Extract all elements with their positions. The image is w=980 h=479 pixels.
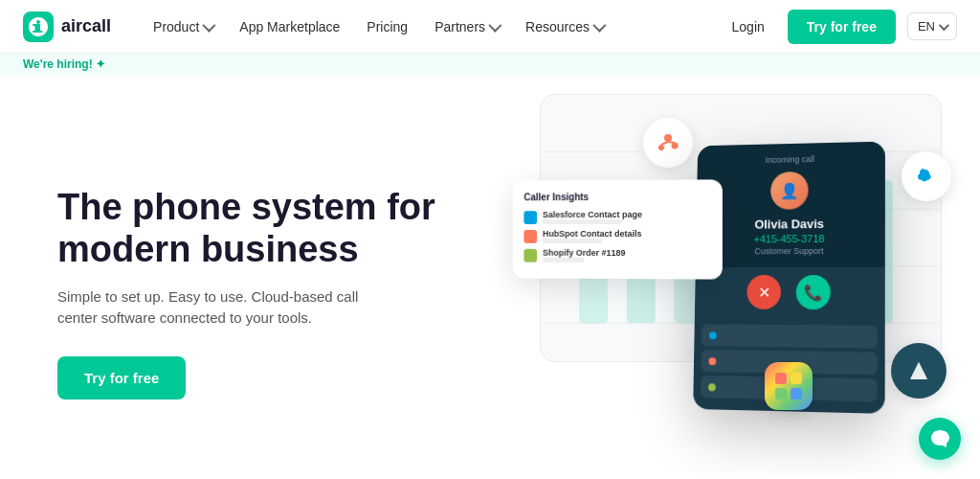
- salesforce-icon: [911, 161, 942, 192]
- phone-caller-type: Incoming call: [708, 153, 874, 166]
- nav-item-partners[interactable]: Partners: [423, 13, 510, 40]
- chat-support-button[interactable]: [919, 418, 961, 460]
- crm-row-line: [543, 239, 602, 243]
- nav-right: Login Try for free EN: [721, 10, 957, 44]
- hero-cta-button[interactable]: Try for free: [57, 356, 186, 399]
- zendesk-integration-bubble: [891, 343, 947, 399]
- hero-section: The phone system for modern business Sim…: [0, 75, 980, 473]
- login-button[interactable]: Login: [721, 13, 776, 40]
- chevron-down-icon: [592, 18, 606, 32]
- hubspot-integration-bubble: [643, 118, 693, 168]
- svg-point-14: [658, 145, 664, 150]
- svg-rect-19: [775, 388, 787, 399]
- navbar: aircall Product App Marketplace Pricing …: [0, 0, 980, 54]
- hubspot-dot: [708, 357, 716, 365]
- caller-subtitle: Customer Support: [707, 246, 874, 257]
- svg-rect-17: [775, 373, 787, 384]
- hero-illustration: Incoming call 👤 Olivia Davis +415-455-37…: [444, 75, 980, 468]
- list-item: [702, 324, 877, 348]
- chat-icon: [929, 428, 950, 449]
- svg-point-12: [664, 134, 672, 142]
- chevron-down-icon: [939, 19, 949, 30]
- integrations-mosaic-bubble: [765, 362, 813, 410]
- crm-row-label: Salesforce Contact page: [543, 210, 642, 219]
- salesforce-integration-bubble: [902, 151, 951, 201]
- hero-subtitle: Simple to set up. Easy to use. Cloud-bas…: [57, 286, 383, 330]
- crm-card-title: Caller Insights: [523, 192, 710, 203]
- crm-row-label: HubSpot Contact details: [543, 229, 642, 239]
- aircall-logo-icon: [23, 11, 54, 42]
- svg-line-16: [661, 142, 668, 145]
- phone-actions: ✕ 📞: [695, 267, 885, 318]
- language-selector[interactable]: EN: [907, 12, 957, 40]
- svg-rect-0: [23, 11, 54, 42]
- salesforce-dot: [709, 331, 717, 339]
- logo-text: aircall: [61, 16, 111, 36]
- chevron-down-icon: [203, 18, 216, 32]
- svg-line-15: [668, 142, 675, 143]
- nav-item-pricing[interactable]: Pricing: [355, 13, 419, 40]
- caller-avatar: 👤: [770, 171, 809, 210]
- nav-item-product[interactable]: Product: [142, 13, 224, 40]
- phone-header: Incoming call 👤 Olivia Davis +415-455-37…: [696, 142, 885, 268]
- logo[interactable]: aircall: [23, 11, 111, 42]
- nav-links: Product App Marketplace Pricing Partners…: [142, 13, 720, 40]
- crm-row-line: [543, 219, 622, 224]
- crm-row-hubspot: HubSpot Contact details: [523, 229, 710, 243]
- decline-call-button[interactable]: ✕: [746, 275, 781, 309]
- caller-name: Olivia Davis: [707, 217, 874, 232]
- crm-caller-insights-card: Caller Insights Salesforce Contact page …: [513, 179, 723, 279]
- salesforce-icon: [523, 211, 537, 224]
- nav-item-resources[interactable]: Resources: [514, 13, 614, 40]
- shopify-icon: [523, 248, 537, 262]
- hero-title: The phone system for modern business: [57, 187, 459, 270]
- hubspot-icon: [523, 230, 537, 243]
- crm-row-shopify: Shopify Order #1189: [523, 248, 710, 263]
- crm-row-line: [543, 258, 584, 262]
- hero-left: The phone system for modern business Sim…: [57, 187, 459, 399]
- try-for-free-button[interactable]: Try for free: [788, 10, 896, 44]
- accept-call-button[interactable]: 📞: [796, 275, 831, 309]
- hubspot-icon: [654, 128, 682, 157]
- integrations-grid-icon: [773, 371, 804, 401]
- shopify-dot: [708, 383, 716, 391]
- nav-item-app-marketplace[interactable]: App Marketplace: [228, 13, 351, 40]
- zendesk-icon: [904, 356, 933, 385]
- hiring-banner[interactable]: We're hiring! ✦: [0, 54, 980, 75]
- caller-number: +415-455-3718: [707, 233, 874, 245]
- crm-row-salesforce: Salesforce Contact page: [523, 210, 710, 224]
- svg-rect-20: [791, 388, 802, 399]
- crm-row-label: Shopify Order #1189: [543, 248, 626, 258]
- svg-rect-18: [791, 373, 802, 384]
- chevron-down-icon: [488, 18, 501, 32]
